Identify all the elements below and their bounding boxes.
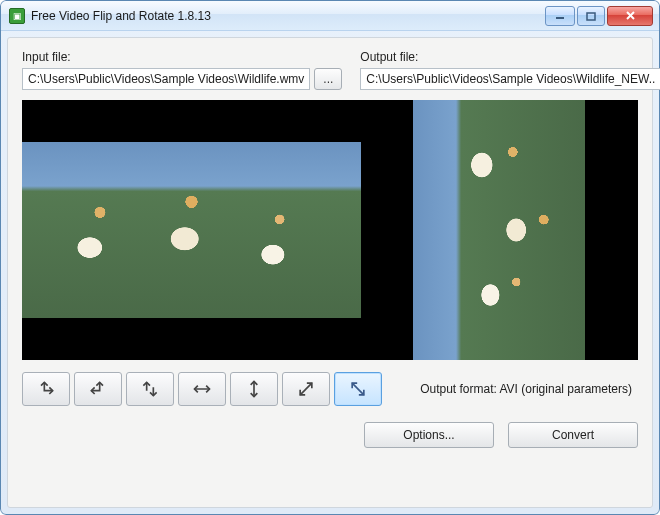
window-title: Free Video Flip and Rotate 1.8.13 — [31, 9, 543, 23]
client-area: Input file: C:\Users\Public\Videos\Sampl… — [7, 37, 653, 508]
flip-diagonal-up-icon — [296, 379, 316, 399]
preview-output — [361, 100, 638, 360]
flip-vertical-icon — [244, 379, 264, 399]
output-file-row: C:\Users\Public\Videos\Sample Videos\Wil… — [360, 68, 660, 90]
close-icon — [625, 10, 636, 21]
convert-button[interactable]: Convert — [508, 422, 638, 448]
svg-line-7 — [352, 383, 364, 395]
minimize-button[interactable] — [545, 6, 575, 26]
input-file-path[interactable]: C:\Users\Public\Videos\Sample Videos\Wil… — [22, 68, 310, 90]
toolbar-row: Output format: AVI (original parameters) — [22, 372, 638, 406]
app-icon: ▣ — [9, 8, 25, 24]
close-button[interactable] — [607, 6, 653, 26]
rotate-180-icon — [140, 379, 160, 399]
flip-diagonal-up-button[interactable] — [282, 372, 330, 406]
output-file-block: Output file: C:\Users\Public\Videos\Samp… — [360, 50, 660, 90]
rotate-180-button[interactable] — [126, 372, 174, 406]
output-file-path[interactable]: C:\Users\Public\Videos\Sample Videos\Wil… — [360, 68, 660, 90]
footer-row: Options... Convert — [22, 422, 638, 448]
maximize-icon — [586, 11, 596, 21]
rotate-cw-icon — [88, 379, 108, 399]
svg-line-6 — [300, 383, 312, 395]
options-button[interactable]: Options... — [364, 422, 494, 448]
preview-input — [22, 100, 361, 360]
flip-diagonal-down-button[interactable] — [334, 372, 382, 406]
rotate-ccw-icon — [36, 379, 56, 399]
output-format-label: Output format: AVI (original parameters) — [420, 382, 638, 396]
preview-area — [22, 100, 638, 360]
flip-diagonal-down-icon — [348, 379, 368, 399]
input-file-label: Input file: — [22, 50, 342, 64]
svg-rect-1 — [587, 13, 595, 20]
rotate-cw-button[interactable] — [74, 372, 122, 406]
minimize-icon — [555, 11, 565, 21]
file-row: Input file: C:\Users\Public\Videos\Sampl… — [22, 50, 638, 90]
output-video-frame — [413, 100, 585, 360]
maximize-button[interactable] — [577, 6, 605, 26]
input-file-block: Input file: C:\Users\Public\Videos\Sampl… — [22, 50, 342, 90]
input-browse-button[interactable]: ... — [314, 68, 342, 90]
rotate-ccw-button[interactable] — [22, 372, 70, 406]
input-video-frame — [22, 142, 361, 319]
flip-vertical-button[interactable] — [230, 372, 278, 406]
operation-buttons — [22, 372, 382, 406]
output-file-label: Output file: — [360, 50, 660, 64]
window-controls — [543, 6, 653, 26]
input-file-row: C:\Users\Public\Videos\Sample Videos\Wil… — [22, 68, 342, 90]
titlebar: ▣ Free Video Flip and Rotate 1.8.13 — [1, 1, 659, 31]
flip-horizontal-icon — [192, 379, 212, 399]
app-window: ▣ Free Video Flip and Rotate 1.8.13 Inpu… — [0, 0, 660, 515]
flip-horizontal-button[interactable] — [178, 372, 226, 406]
